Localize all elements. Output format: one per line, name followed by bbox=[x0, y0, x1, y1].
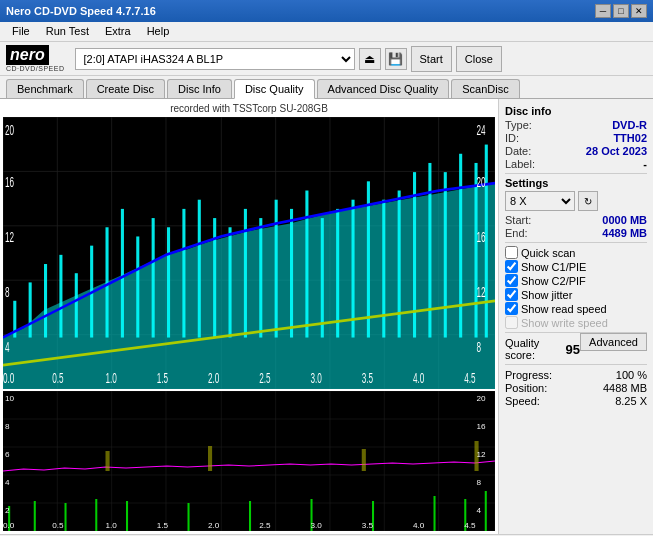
svg-text:4.0: 4.0 bbox=[413, 521, 425, 530]
start-label: Start: bbox=[505, 214, 531, 226]
maximize-button[interactable]: □ bbox=[613, 4, 629, 18]
svg-rect-90 bbox=[126, 501, 128, 531]
speed-value: 8.25 X bbox=[615, 395, 647, 407]
disc-id-value: TTH02 bbox=[613, 132, 647, 144]
upper-chart: 20 16 12 8 4 24 20 16 12 8 0.0 0.5 1.0 1… bbox=[3, 117, 495, 389]
svg-text:2.5: 2.5 bbox=[259, 521, 271, 530]
tab-advanced-disc-quality[interactable]: Advanced Disc Quality bbox=[317, 79, 450, 98]
svg-rect-42 bbox=[382, 200, 385, 338]
settings-title: Settings bbox=[505, 177, 647, 189]
svg-rect-19 bbox=[29, 282, 32, 337]
position-label: Position: bbox=[505, 382, 547, 394]
end-value: 4489 MB bbox=[602, 227, 647, 239]
close-window-button[interactable]: ✕ bbox=[631, 4, 647, 18]
tab-disc-quality[interactable]: Disc Quality bbox=[234, 79, 315, 99]
svg-rect-22 bbox=[75, 273, 78, 337]
quality-score-row: Quality score: 95 bbox=[505, 337, 580, 361]
save-icon[interactable]: 💾 bbox=[385, 48, 407, 70]
show-read-speed-row: Show read speed bbox=[505, 302, 647, 315]
disc-label-label: Label: bbox=[505, 158, 535, 170]
quick-scan-checkbox[interactable] bbox=[505, 246, 518, 259]
quick-scan-row: Quick scan bbox=[505, 246, 647, 259]
advanced-button[interactable]: Advanced bbox=[580, 333, 647, 351]
disc-date-row: Date: 28 Oct 2023 bbox=[505, 145, 647, 157]
svg-rect-45 bbox=[428, 163, 431, 338]
svg-text:1.0: 1.0 bbox=[106, 521, 118, 530]
svg-rect-100 bbox=[362, 449, 366, 471]
disc-info-title: Disc info bbox=[505, 105, 647, 117]
progress-value: 100 % bbox=[616, 369, 647, 381]
quality-score-label: Quality score: bbox=[505, 337, 566, 361]
svg-rect-99 bbox=[208, 446, 212, 471]
chart-title: recorded with TSSTcorp SU-208GB bbox=[2, 101, 496, 116]
svg-text:8: 8 bbox=[5, 284, 10, 301]
svg-text:8: 8 bbox=[477, 339, 482, 356]
svg-text:10: 10 bbox=[5, 394, 15, 403]
menu-file[interactable]: File bbox=[4, 24, 38, 39]
disc-id-label: ID: bbox=[505, 132, 519, 144]
progress-label: Progress: bbox=[505, 369, 552, 381]
disc-type-label: Type: bbox=[505, 119, 532, 131]
start-button[interactable]: Start bbox=[411, 46, 452, 72]
svg-text:20: 20 bbox=[5, 122, 14, 139]
menu-bar: File Run Test Extra Help bbox=[0, 22, 653, 42]
svg-text:2.0: 2.0 bbox=[208, 370, 220, 387]
svg-text:20: 20 bbox=[477, 394, 487, 403]
start-row: Start: 0000 MB bbox=[505, 214, 647, 226]
svg-text:3.0: 3.0 bbox=[311, 521, 323, 530]
eject-icon[interactable]: ⏏ bbox=[359, 48, 381, 70]
svg-rect-25 bbox=[121, 209, 124, 338]
title-bar: Nero CD-DVD Speed 4.7.7.16 ─ □ ✕ bbox=[0, 0, 653, 22]
show-c2-row: Show C2/PIF bbox=[505, 274, 647, 287]
svg-text:12: 12 bbox=[477, 450, 487, 459]
svg-text:3.5: 3.5 bbox=[362, 521, 374, 530]
show-c2-checkbox[interactable] bbox=[505, 274, 518, 287]
svg-rect-98 bbox=[106, 451, 110, 471]
svg-rect-97 bbox=[485, 491, 487, 531]
refresh-icon[interactable]: ↻ bbox=[578, 191, 598, 211]
sidebar-progress: Progress: 100 % Position: 4488 MB Speed:… bbox=[505, 369, 647, 407]
close-button[interactable]: Close bbox=[456, 46, 502, 72]
svg-text:16: 16 bbox=[477, 422, 487, 431]
show-c1-checkbox[interactable] bbox=[505, 260, 518, 273]
svg-rect-37 bbox=[305, 191, 308, 338]
speed-row-2: Speed: 8.25 X bbox=[505, 395, 647, 407]
title-bar-buttons: ─ □ ✕ bbox=[595, 4, 647, 18]
svg-text:0.0: 0.0 bbox=[3, 521, 15, 530]
speed-select[interactable]: 8 X bbox=[505, 191, 575, 211]
svg-text:4: 4 bbox=[5, 478, 10, 487]
show-jitter-checkbox[interactable] bbox=[505, 288, 518, 301]
tab-disc-info[interactable]: Disc Info bbox=[167, 79, 232, 98]
svg-rect-29 bbox=[182, 209, 185, 338]
svg-rect-26 bbox=[136, 236, 139, 337]
window-title: Nero CD-DVD Speed 4.7.7.16 bbox=[6, 5, 156, 17]
svg-rect-34 bbox=[259, 218, 262, 337]
lower-chart: 10 8 6 4 2 20 16 12 8 4 0.0 0.5 1.0 1.5 … bbox=[3, 391, 495, 531]
show-write-speed-row: Show write speed bbox=[505, 316, 647, 329]
start-value: 0000 MB bbox=[602, 214, 647, 226]
svg-text:3.5: 3.5 bbox=[362, 370, 374, 387]
svg-text:12: 12 bbox=[5, 228, 14, 245]
svg-text:12: 12 bbox=[477, 284, 486, 301]
tab-benchmark[interactable]: Benchmark bbox=[6, 79, 84, 98]
disc-label-value: - bbox=[643, 158, 647, 170]
upper-chart-svg: 20 16 12 8 4 24 20 16 12 8 0.0 0.5 1.0 1… bbox=[3, 117, 495, 389]
svg-text:8: 8 bbox=[477, 478, 482, 487]
tab-create-disc[interactable]: Create Disc bbox=[86, 79, 165, 98]
svg-text:8: 8 bbox=[5, 422, 10, 431]
svg-rect-24 bbox=[106, 227, 109, 337]
menu-extra[interactable]: Extra bbox=[97, 24, 139, 39]
svg-text:2.0: 2.0 bbox=[208, 521, 220, 530]
position-value: 4488 MB bbox=[603, 382, 647, 394]
disc-type-value: DVD-R bbox=[612, 119, 647, 131]
drive-select[interactable]: [2:0] ATAPI iHAS324 A BL1P bbox=[75, 48, 355, 70]
svg-rect-27 bbox=[152, 218, 155, 337]
end-label: End: bbox=[505, 227, 528, 239]
tab-scan-disc[interactable]: ScanDisc bbox=[451, 79, 519, 98]
minimize-button[interactable]: ─ bbox=[595, 4, 611, 18]
end-row: End: 4489 MB bbox=[505, 227, 647, 239]
svg-text:6: 6 bbox=[5, 450, 10, 459]
show-read-speed-checkbox[interactable] bbox=[505, 302, 518, 315]
menu-run-test[interactable]: Run Test bbox=[38, 24, 97, 39]
menu-help[interactable]: Help bbox=[139, 24, 178, 39]
